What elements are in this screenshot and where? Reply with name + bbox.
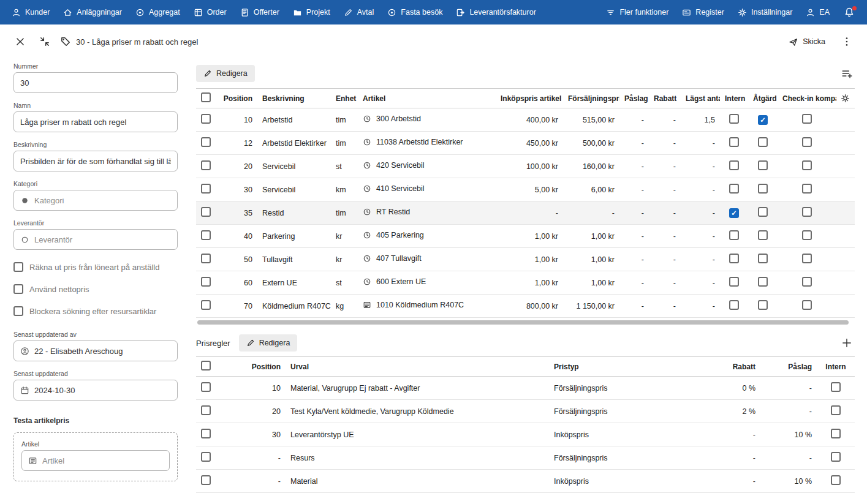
row-select-checkbox[interactable] — [201, 137, 211, 147]
articles-edit-button[interactable]: Redigera — [196, 65, 255, 82]
article-row[interactable]: 50Tullavgiftkr407 Tullavgift1,00 kr1,00 … — [196, 248, 855, 271]
intern-checkbox[interactable] — [729, 160, 739, 170]
articles-column-header[interactable]: Check-in kompatibe — [778, 89, 836, 108]
nav-item-fasta-bes-k[interactable]: Fasta besök — [380, 0, 449, 24]
articles-column-header[interactable]: Försäljningspris — [563, 89, 619, 108]
nav-item-anl-ggningar[interactable]: Anläggningar — [56, 0, 129, 24]
price-rule-row[interactable]: 30Leverantörstyp UEInköpspris-10 % — [196, 423, 855, 446]
nettopris-checkbox[interactable] — [13, 284, 23, 294]
checkin-checkbox[interactable] — [802, 230, 812, 240]
articles-column-header[interactable]: Lägst antal — [681, 89, 720, 108]
row-select-checkbox[interactable] — [201, 405, 211, 415]
intern-checkbox[interactable] — [831, 382, 841, 392]
close-button[interactable] — [11, 32, 29, 51]
articles-column-header[interactable]: Intern — [720, 89, 748, 108]
checkin-checkbox[interactable] — [802, 254, 812, 263]
nav-item-leverant-rsfakturor[interactable]: Leverantörsfakturor — [449, 0, 542, 24]
price-rules-column-header[interactable]: Påslag — [760, 357, 817, 377]
nummer-input[interactable] — [20, 78, 171, 88]
nav-item-avtal[interactable]: Avtal — [337, 0, 381, 24]
kategori-input[interactable] — [34, 196, 171, 205]
intern-checkbox[interactable] — [729, 230, 739, 240]
atgard-checkbox[interactable] — [758, 254, 768, 263]
row-select-checkbox[interactable] — [201, 429, 211, 438]
atgard-checkbox[interactable] — [758, 230, 768, 240]
nav-item-register[interactable]: Register — [675, 0, 731, 24]
row-select-checkbox[interactable] — [201, 184, 211, 194]
checkbox-row-lonart[interactable]: Räkna ut pris från löneart på anställd — [13, 262, 178, 272]
notifications-button[interactable] — [836, 0, 862, 24]
articles-column-header[interactable]: Rabatt — [649, 89, 681, 108]
intern-checkbox[interactable] — [831, 429, 841, 438]
intern-checkbox[interactable] — [831, 452, 841, 462]
send-button[interactable]: Skicka — [782, 33, 831, 51]
atgard-checkbox[interactable] — [758, 184, 768, 194]
row-select-checkbox[interactable] — [201, 230, 211, 240]
article-row[interactable]: 40Parkeringkr405 Parkering1,00 kr1,00 kr… — [196, 225, 855, 248]
collapse-button[interactable] — [36, 32, 54, 51]
checkbox-row-nettopris[interactable]: Använd nettopris — [13, 284, 178, 294]
lonart-checkbox[interactable] — [13, 262, 23, 272]
atgard-checkbox[interactable] — [758, 115, 768, 125]
intern-checkbox[interactable] — [729, 208, 739, 218]
price-rule-row[interactable]: 20Test Kyla/Vent köldmedie, Varugrupp Kö… — [196, 400, 855, 423]
nav-item-inst-llningar[interactable]: Inställningar — [731, 0, 799, 24]
atgard-checkbox[interactable] — [758, 300, 768, 310]
intern-checkbox[interactable] — [729, 277, 739, 287]
intern-checkbox[interactable] — [729, 114, 739, 124]
senast-uppdaterad-av-input[interactable] — [34, 347, 171, 356]
checkin-checkbox[interactable] — [802, 114, 812, 124]
articles-column-header[interactable]: Artikel — [358, 89, 496, 108]
intern-checkbox[interactable] — [729, 254, 739, 263]
article-row[interactable]: 12Arbetstid Elektirkertim11038 Arbetstid… — [196, 132, 855, 155]
intern-checkbox[interactable] — [729, 300, 739, 310]
checkin-checkbox[interactable] — [802, 277, 812, 287]
row-select-checkbox[interactable] — [201, 300, 211, 310]
article-row[interactable]: 60Extern UEst600 Extern UE1,00 kr1,00 kr… — [196, 271, 855, 295]
nav-item-projekt[interactable]: Projekt — [286, 0, 337, 24]
price-rules-column-header[interactable]: Rabatt — [702, 357, 760, 377]
price-rule-row[interactable]: -MaterialInköpspris-10 % — [196, 470, 855, 493]
checkin-checkbox[interactable] — [802, 184, 812, 194]
atgard-checkbox[interactable] — [758, 160, 768, 170]
row-select-checkbox[interactable] — [201, 382, 211, 392]
blockera-checkbox[interactable] — [13, 306, 23, 316]
price-rule-row[interactable]: -ResursFörsäljningspris-- — [196, 446, 855, 470]
articles-column-header[interactable]: Påslag — [619, 89, 649, 108]
add-filter-row-button[interactable] — [839, 66, 855, 81]
articles-column-header[interactable]: Beskrivning — [257, 89, 331, 108]
row-select-checkbox[interactable] — [201, 475, 211, 485]
row-select-checkbox[interactable] — [201, 114, 211, 124]
price-rule-row[interactable]: 10Material, Varugrupp Ej rabatt - Avgift… — [196, 377, 855, 400]
article-row[interactable]: 10Arbetstidtim300 Arbetstid400,00 kr515,… — [196, 108, 855, 132]
column-settings-gear-icon[interactable] — [841, 94, 850, 103]
article-row[interactable]: 30Servicebilkm410 Servicebil5,00 kr6,00 … — [196, 178, 855, 201]
price-rules-edit-button[interactable]: Redigera — [239, 334, 298, 352]
namn-input[interactable] — [20, 118, 171, 127]
nav-item-order[interactable]: Order — [187, 0, 233, 24]
add-price-rule-button[interactable] — [839, 335, 855, 351]
articles-select-all-checkbox[interactable] — [201, 92, 211, 102]
senast-uppdaterad-input[interactable] — [34, 386, 171, 395]
row-select-checkbox[interactable] — [201, 160, 211, 170]
beskrivning-input[interactable] — [20, 157, 171, 166]
checkbox-row-blockera[interactable]: Blockera sökning efter resursartiklar — [13, 306, 178, 316]
intern-checkbox[interactable] — [831, 475, 841, 485]
price-rules-column-header[interactable]: Pristyp — [549, 357, 702, 377]
articles-column-header[interactable]: Åtgärd — [748, 89, 778, 108]
row-select-checkbox[interactable] — [201, 254, 211, 263]
articles-column-header[interactable]: Position — [218, 89, 257, 108]
nav-item-aggregat[interactable]: Aggregat — [129, 0, 187, 24]
price-rules-column-header[interactable]: Position — [218, 357, 286, 377]
row-select-checkbox[interactable] — [201, 277, 211, 287]
article-row[interactable]: 35RestidtimRT Restid----- — [196, 201, 855, 225]
article-row[interactable]: 20Servicebilst420 Servicebil100,00 kr160… — [196, 155, 855, 178]
row-select-checkbox[interactable] — [201, 207, 211, 217]
artikel-input[interactable] — [42, 456, 163, 465]
atgard-checkbox[interactable] — [758, 277, 768, 287]
atgard-checkbox[interactable] — [758, 137, 768, 147]
articles-column-header[interactable]: Inköpspris artikel — [496, 89, 563, 108]
checkin-checkbox[interactable] — [802, 300, 812, 310]
article-row[interactable]: 70Köldmedium R407Ckg1010 Köldmedium R407… — [196, 295, 855, 318]
checkin-checkbox[interactable] — [802, 207, 812, 217]
